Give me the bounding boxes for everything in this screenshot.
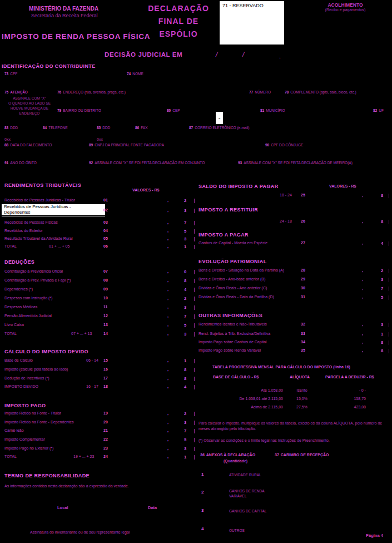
field-bairro[interactable]: 79 BAIRRO OU DISTRITO <box>57 108 101 112</box>
field-cpf-conjuge-label: CPF DO CÔNJUGE <box>271 143 303 147</box>
row-29-label: Bens e Direitos - Ano-base anterior (B) <box>199 277 265 281</box>
row-18-value: 4 <box>182 384 188 389</box>
field-cpf-conjuge[interactable]: 90 CPF DO CÔNJUGE <box>265 143 303 147</box>
form-title: IMPOSTO DE RENDA PESSOA FÍSICA <box>2 32 150 41</box>
field-fax[interactable]: 86 FAX <box>135 126 148 130</box>
field-telefone-num: 84 <box>43 126 47 130</box>
local-label: Local <box>57 505 68 510</box>
row-27-comma: , <box>362 241 363 245</box>
tax-row1-aliquota: Isento <box>290 388 314 392</box>
row-10-label: Despesas com Instrução (*) <box>4 296 52 300</box>
row-11: Despesas Médicas 11 , 3 <box>0 305 197 311</box>
field-cep[interactable]: 80 CEP <box>167 108 180 112</box>
row-08-tick <box>194 279 195 283</box>
field-endereco[interactable]: 76 ENDEREÇO (rua, avenida, praça, etc.) <box>57 90 126 94</box>
field-atencao-label: ATENÇÃO <box>10 90 28 94</box>
section-rendimentos: RENDIMENTOS TRIBUTÁVEIS <box>4 182 81 188</box>
section-imposto-pago: IMPOSTO PAGO <box>4 403 46 408</box>
row-32-num: 32 <box>301 322 305 326</box>
row-19-num: 19 <box>103 411 108 415</box>
row-24-formula: 19 + ... + 23 <box>73 455 94 458</box>
row-07-num: 07 <box>103 269 108 273</box>
field-cnpj-fonte-num: 89 <box>89 143 93 147</box>
valores-header-right: VALORES - R$ <box>329 184 356 188</box>
field-ddd1[interactable]: 83 DDD <box>4 126 18 130</box>
page-number: Página 4 <box>366 533 383 538</box>
field-ddd1-num: 83 <box>4 126 8 130</box>
field-numero-num: 77 <box>249 90 253 94</box>
field-numero-label: NÚMERO <box>255 90 271 94</box>
row-35-num: 35 <box>301 348 305 352</box>
row-05-comma: , <box>167 236 168 240</box>
declaration-title: DECLARAÇÃO FINAL DE ESPÓLIO <box>142 2 215 41</box>
row-26-tick <box>389 220 389 224</box>
row-06-formula: 01 + ... + 05 <box>49 244 70 248</box>
row-13-comma: , <box>167 323 168 327</box>
field-nome[interactable]: 74 NOME <box>127 72 143 76</box>
row-03-value: 7 <box>182 220 188 225</box>
row-15-comma: , <box>167 358 168 362</box>
ddd-hint-1: 0xx <box>4 137 11 141</box>
row-22-tick <box>194 438 195 442</box>
row-13-tick <box>194 323 195 328</box>
tax-table-title: TABELA PROGRESSIVA MENSAL PARA CÁLCULO D… <box>212 365 350 369</box>
field-municipio[interactable]: 81 MUNICÍPIO <box>260 108 285 112</box>
row-05: Resultado Tributável da Atividade Rural … <box>0 236 197 243</box>
row-28: Bens e Direitos - Situação na Data da Pa… <box>197 268 392 274</box>
field-complemento-num: 78 <box>285 90 289 94</box>
field-data-falecimento[interactable]: 88 DATA DO FALECIMENTO <box>4 143 52 147</box>
field-cpf[interactable]: 73 CPF <box>4 72 17 76</box>
field-anexos-num: 36 <box>200 453 205 457</box>
field-numero[interactable]: 77 NÚMERO <box>249 90 271 94</box>
row-20-num: 20 <box>103 420 108 424</box>
row-20-label: Imposto Retido na Fonte - Dependentes <box>4 420 74 424</box>
row-07-value: 0 <box>182 269 188 274</box>
field-decl-meeiro[interactable]: 93 ASSINALE COM "X" SE FOI FEITA DECLARA… <box>238 161 353 165</box>
row-19-value: 2 <box>182 411 188 416</box>
section-outras: OUTRAS INFORMAÇÕES <box>199 313 262 318</box>
field-ddd2[interactable]: 85 DDD <box>97 126 110 130</box>
row-34-tick <box>389 340 389 345</box>
row-15-tick <box>194 359 195 363</box>
row-09-num: 09 <box>103 287 108 291</box>
field-ano-obito[interactable]: 91 ANO DO ÓBITO <box>4 161 37 165</box>
row-03-num: 03 <box>103 220 108 224</box>
field-cnpj-fonte[interactable]: 89 CNPJ DA PRINCIPAL FONTE PAGADORA <box>89 143 164 147</box>
field-telefone[interactable]: 84 TELEFONE <box>43 126 68 130</box>
row-19: Imposto Retido na Fonte - Titular 19 , 2 <box>0 411 197 417</box>
row-27-tick <box>389 241 389 246</box>
row-23-label: Imposto Pago no Exterior (*) <box>4 446 53 450</box>
field-complemento[interactable]: 78 COMPLEMENTO (apto, sala, bloco, etc.) <box>285 90 356 94</box>
field-uf-num: 82 <box>373 108 377 112</box>
row-10-comma: , <box>167 296 168 300</box>
row-11-tick <box>194 305 195 310</box>
judicial-date-slash-1: / <box>216 51 217 58</box>
row-21-label: Carnê-leão <box>4 428 24 432</box>
row-21-num: 21 <box>103 428 108 432</box>
data-label: Data <box>148 505 157 510</box>
row-05-value: 3 <box>182 236 188 241</box>
row-29-value: 3 <box>379 277 385 282</box>
row-24-tick <box>194 455 195 460</box>
row-30: Dívidas e Ônus Reais - Ano anterior (C) … <box>197 286 392 292</box>
row-08-num: 08 <box>103 278 108 282</box>
field-uf[interactable]: 82 UF <box>373 108 384 112</box>
row-09: Dependentes (*) 09 , 4 <box>0 287 197 293</box>
section-identification: IDENTIFICAÇÃO DO CONTRIBUINTE <box>2 63 96 69</box>
field-email[interactable]: 87 CORREIO ELETRÔNICO (e-mail) <box>189 126 249 130</box>
tax-table-col-parcela: PARCELA A DEDUZIR - R$ <box>325 375 374 379</box>
row-31-value: 5 <box>379 295 385 300</box>
row-15-formula: 06 - 14 <box>86 358 98 362</box>
row-12-tick <box>194 314 195 319</box>
field-cpf-label: CPF <box>10 72 17 76</box>
field-decl-conjunto-label: ASSINALE COM "X" SE FOI FEITA DECLARAÇÃO… <box>95 161 205 165</box>
asterisk-note: (*) Observar as condições e o limite leg… <box>199 438 330 442</box>
tax-row2-aliquota: 15,0% <box>290 397 314 401</box>
row-25-tick <box>389 194 389 198</box>
field-decl-conjunto[interactable]: 92 ASSINALE COM "X" SE FOI FEITA DECLARA… <box>89 161 205 165</box>
field-cpf-conjuge-num: 90 <box>265 143 269 147</box>
row-04-comma: , <box>167 229 168 233</box>
row-04: Recebidos do Exterior 04 , 5 <box>0 229 197 235</box>
field-ano-obito-label: ANO DO ÓBITO <box>10 161 37 165</box>
row-02-num: 02 <box>103 208 108 212</box>
